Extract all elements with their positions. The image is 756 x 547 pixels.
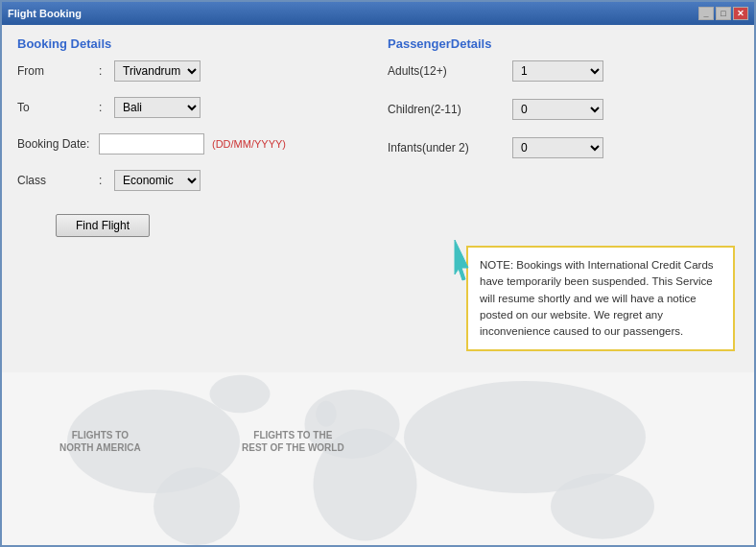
to-colon: : <box>99 101 114 114</box>
children-row: Children(2-11) 0 1 2 3 <box>388 99 739 120</box>
date-label: Booking Date: <box>17 137 99 151</box>
svg-point-5 <box>551 473 654 538</box>
note-text: NOTE: Bookings with International Credit… <box>480 259 714 337</box>
adults-row: Adults(12+) 1 2 3 4 <box>388 60 739 82</box>
window-title: Flight Booking <box>8 8 82 19</box>
booking-panel: Booking Details From : Trivandrum Chenna… <box>17 36 378 237</box>
adults-label: Adults(12+) <box>388 64 512 78</box>
passenger-panel: PassengerDetails Adults(12+) 1 2 3 4 Chi… <box>378 36 739 237</box>
svg-point-7 <box>316 401 337 427</box>
adults-select[interactable]: 1 2 3 4 <box>512 60 603 82</box>
from-select[interactable]: Trivandrum Chennai Mumbai Delhi <box>114 60 201 82</box>
date-row: Booking Date: (DD/MM/YYYY) <box>17 133 359 155</box>
from-label: From <box>17 64 99 78</box>
window-controls: _ □ ✕ <box>698 7 748 20</box>
infants-row: Infants(under 2) 0 1 2 <box>388 137 739 158</box>
north-america-label: FLIGHTS TO NORTH AMERICA <box>59 429 141 454</box>
to-label: To <box>17 101 99 114</box>
from-colon: : <box>99 64 114 78</box>
passenger-section-title: PassengerDetails <box>388 36 739 51</box>
booking-section-title: Booking Details <box>17 36 359 51</box>
svg-point-6 <box>210 375 271 414</box>
map-area: FLIGHTS TO NORTH AMERICA FLIGHTS TO THE … <box>2 372 754 545</box>
from-row: From : Trivandrum Chennai Mumbai Delhi <box>17 60 359 82</box>
class-colon: : <box>99 174 114 187</box>
class-row: Class : Economic Business First Class <box>17 170 359 191</box>
find-flight-container: Find Flight <box>56 206 359 237</box>
date-hint: (DD/MM/YYYY) <box>212 138 286 150</box>
children-select[interactable]: 0 1 2 3 <box>512 99 603 120</box>
class-select[interactable]: Economic Business First Class <box>114 170 201 191</box>
main-window: Flight Booking _ □ ✕ Booking Details Fro… <box>0 0 756 547</box>
class-label: Class <box>17 174 99 187</box>
date-input[interactable] <box>99 133 204 155</box>
find-flight-button[interactable]: Find Flight <box>56 214 150 237</box>
note-box: NOTE: Bookings with International Credit… <box>466 246 735 351</box>
infants-select[interactable]: 0 1 2 <box>512 137 603 158</box>
main-columns: Booking Details From : Trivandrum Chenna… <box>17 36 739 237</box>
to-select[interactable]: Bali Singapore Dubai London <box>114 97 201 118</box>
close-button[interactable]: ✕ <box>733 7 748 20</box>
world-map-svg <box>2 372 754 545</box>
maximize-button[interactable]: □ <box>716 7 731 20</box>
infants-label: Infants(under 2) <box>388 141 512 155</box>
to-row: To : Bali Singapore Dubai London <box>17 97 359 118</box>
cursor-icon <box>451 238 470 286</box>
rest-of-world-label: FLIGHTS TO THE REST OF THE WORLD <box>242 429 344 454</box>
children-label: Children(2-11) <box>388 103 512 116</box>
title-bar: Flight Booking _ □ ✕ <box>2 2 754 25</box>
minimize-button[interactable]: _ <box>698 7 714 20</box>
svg-point-1 <box>154 467 240 545</box>
content-area: Booking Details From : Trivandrum Chenna… <box>2 25 754 545</box>
